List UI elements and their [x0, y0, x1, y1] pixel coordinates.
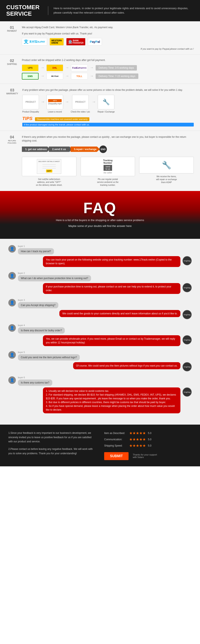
header-logo: CUSTOMER SERVICE	[6, 4, 48, 17]
buyer-3-content: buyer 3 Can you Accept drop shipping?	[18, 299, 192, 308]
step-arrow-3: →	[92, 99, 96, 104]
payment-icons-row: 支 支付宝ALIPAY WESTERNUNION 🏦 BANKTRANSFER …	[22, 38, 194, 46]
buyer-6-question: Is there any customs tax?	[18, 380, 52, 386]
answer-row-6: 1. Usually we will declare low value to …	[8, 388, 192, 413]
faq-item-2: 👤 buyer 2 What can I do when purchase pr…	[8, 272, 192, 294]
warranty-step-1: PRODUCT Product Disquality	[22, 95, 39, 113]
buyer-5-question: Could you send me the item pictures with…	[18, 354, 80, 360]
return-detail-2: Tracking Number send to us the seller Pl…	[81, 157, 135, 186]
payment-text2: If you want to pay by Paypal,please cont…	[22, 32, 194, 36]
review-row-3: Shipping Speed: ★★★★★ 5.0	[104, 444, 192, 448]
return-step-3: 3.repair / exchange	[70, 146, 100, 152]
arrow-4: →	[41, 74, 44, 78]
review-section: 1.Since your feedback is very important …	[0, 424, 200, 466]
return-text: If there's any problem when you receive …	[22, 135, 194, 142]
buyer-3-question: Can you Accept drop shipping?	[18, 302, 58, 308]
faq-item-6: 👤 buyer 6 Is there any customs tax? 1. U…	[8, 376, 192, 413]
payment-text1: We accept Alipay,Credit Card, Western Un…	[22, 26, 194, 29]
return-detail-label-3: We receive the items, will repair or exc…	[139, 175, 194, 184]
answer-3-bubble: We could send the goods to your customer…	[59, 310, 180, 317]
bank-transfer-icon: 🏦 BANKTRANSFER	[66, 38, 86, 46]
buyer-row-4: 👤 buyer 4 Is there any discount for bulk…	[8, 324, 192, 334]
shipping-carriers: UPS → DHL → FedExExpress → Delivery Time…	[22, 64, 194, 80]
return-details: DELIVERY DETAILS SHEET —————————————————…	[22, 157, 194, 186]
paypal-icon: PayPal	[88, 38, 102, 46]
dhl-logo: DHL	[46, 64, 63, 71]
warranty-steps: PRODUCT Product Disquality → MP4 Disqual…	[22, 95, 194, 113]
return-end: END	[99, 146, 107, 153]
buyer-row-1: 👤 buyer 1 How can I track my parcel?	[8, 245, 192, 254]
buyer-2-content: buyer 2 What can I do when purchase prot…	[18, 272, 192, 282]
payment-content: We accept Alipay,Credit Card, Western Un…	[22, 26, 194, 50]
buyer-5-avatar: 👤	[8, 351, 16, 359]
shipping-section: 02 SHIPPING Product order will be shippe…	[0, 54, 200, 84]
tracking-seller: the seller	[83, 172, 133, 174]
fedex-logo: FedExExpress	[71, 64, 88, 71]
answer-row-5: Of course, We could send you the Item pi…	[8, 362, 192, 371]
answer-4-bubble: Yes, we can provide wholesale price; if …	[43, 335, 180, 346]
tracking-send: send to us	[103, 165, 112, 171]
buyer-2-label: buyer 2	[18, 272, 192, 274]
faq-subtitle-1: Here is a list of the buyers in the shop…	[12, 218, 188, 222]
warranty-step-4: 🔧 Repair / Exchange	[98, 95, 114, 113]
answer-1-bubble: You can track your parcel on the followi…	[43, 256, 180, 267]
buyer-1-content: buyer 1 How can I track my parcel?	[18, 245, 192, 254]
carrier-row-1: UPS → DHL → FedExExpress → Delivery Time…	[22, 64, 194, 71]
buyer-6-label: buyer 6	[18, 376, 192, 379]
paypal-note: If you want to pay by Paypal,please cont…	[22, 48, 194, 50]
header-description: Here to remind buyers, in order to prote…	[48, 6, 194, 15]
review-label-3: Shipping Speed:	[104, 444, 127, 447]
warranty-content: If any problem when you got the package,…	[22, 88, 194, 126]
answer-6-bubble: 1. Usually we will declare low value to …	[43, 388, 180, 413]
leave-record-box: MP4 Disquality.mp4	[46, 95, 63, 110]
delivery-mock: DELIVERY DETAILS SHEET —————————————————…	[37, 159, 61, 174]
buyer-1-label: buyer 1	[18, 245, 192, 247]
faq-subtitle-2: Maybe some of your doubts will find the …	[12, 224, 188, 228]
shipping-label: 02 SHIPPING	[6, 59, 18, 65]
review-text-1: 1.Since your feedback is very important …	[8, 431, 96, 444]
faq-item-3: 👤 buyer 3 Can you Accept drop shipping? …	[8, 299, 192, 319]
mp4-badge: MP4	[48, 99, 62, 102]
faq-item-5: 👤 buyer 5 Could you send me the item pic…	[8, 351, 192, 371]
header-section: CUSTOMER SERVICE Here to remind buyers, …	[0, 0, 200, 21]
return-detail-1: DELIVERY DETAILS SHEET —————————————————…	[22, 157, 77, 186]
answer-row-3: We could send the goods to your customer…	[8, 310, 192, 319]
review-row-2: Communication: ★★★★★ 5.0	[104, 437, 192, 442]
product-disquality-box: PRODUCT	[22, 95, 39, 110]
review-label-2: Communication:	[104, 438, 127, 441]
tips-box-2: If the product damaged during the transi…	[22, 123, 194, 126]
review-right: Item as Described: ★★★★★ 5.0 Communicati…	[104, 431, 192, 460]
warranty-section: 03 WARRANTY If any problem when you got …	[0, 84, 200, 131]
return-detail-3: 🔧 We receive the items, will repair or e…	[139, 157, 194, 184]
buyer-row-2: 👤 buyer 2 What can I do when purchase pr…	[8, 272, 192, 282]
submit-button[interactable]: SUBMIT	[104, 452, 128, 460]
arrow-1: →	[41, 66, 44, 70]
step-3-label: Check the video / pic	[71, 111, 90, 113]
answer-5-bubble: Of course, We could send you the Item pi…	[73, 362, 180, 369]
tips-section: TIPS Disassemble machine not covered und…	[22, 116, 194, 126]
carrier-row-2: EMS → HK Post → TOLL → Delivery Time: 7-…	[22, 73, 194, 80]
return-label: 04 RETURN POLICIES	[6, 135, 18, 144]
toll-logo: TOLL	[71, 73, 88, 80]
chat-section: 👤 buyer 1 How can I track my parcel? You…	[0, 239, 200, 424]
score-1: 5.0	[148, 432, 151, 434]
repair-exchange-box: 🔧	[98, 95, 114, 110]
faq-title: FAQ	[12, 199, 188, 216]
score-3: 5.0	[148, 444, 151, 447]
check-video-box: PRODUCT	[72, 95, 89, 110]
buyer-4-label: buyer 4	[18, 324, 192, 326]
ems-logo: EMS	[22, 73, 39, 80]
tips-box-1: Disassemble machine not covered under wa…	[35, 117, 89, 121]
answer-row-2: If your purchase protection time is runn…	[8, 283, 192, 294]
review-thanks: Thanks for your support with 5stars	[133, 454, 157, 458]
step-arrow-1: →	[41, 99, 45, 104]
return-steps-row: 1. get our address 2.send it us 3.repair…	[22, 146, 194, 153]
seller-avatar-4: KingDiag	[183, 335, 192, 344]
answer-2-bubble: If your purchase protection time is runn…	[43, 283, 180, 294]
faq-section: FAQ Here is a list of the buyers in the …	[0, 191, 200, 239]
warranty-step-3: PRODUCT Check the video / pic	[71, 95, 90, 113]
score-2: 5.0	[148, 438, 151, 441]
return-step-1: 1. get our address	[22, 146, 50, 152]
buyer-row-6: 👤 buyer 6 Is there any customs tax?	[8, 376, 192, 386]
buyer-4-avatar: 👤	[8, 324, 16, 332]
